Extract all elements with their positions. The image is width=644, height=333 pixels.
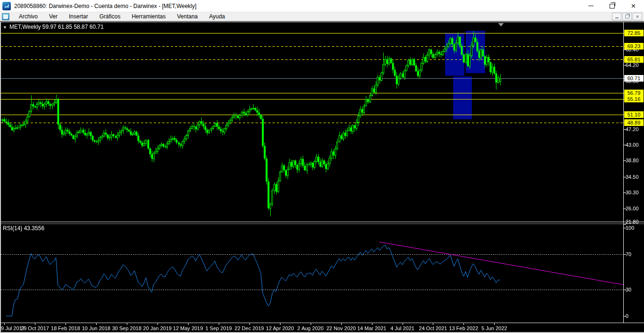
- minimize-button[interactable]: [580, 0, 602, 12]
- mdi-minimize-button[interactable]: [612, 13, 621, 20]
- mdi-restore-icon: [625, 15, 629, 18]
- price-chart-canvas[interactable]: [0, 22, 644, 333]
- title-bar: 2089058860: Darwinex-Demo - Cuenta demo …: [0, 0, 644, 12]
- mdi-close-icon: ×: [636, 14, 639, 19]
- mdi-minimize-icon: [615, 17, 619, 18]
- chart-region: ▼MET,Weekly 59.97 61.85 58.87 60.71 RSI(…: [0, 22, 644, 333]
- menu-bar: Archivo Ver Insertar Gráficos Herramient…: [0, 12, 644, 21]
- close-button[interactable]: ×: [623, 0, 644, 12]
- window-title: 2089058860: Darwinex-Demo - Cuenta demo …: [14, 3, 197, 9]
- restore-icon: [610, 4, 615, 8]
- mdi-restore-button[interactable]: [622, 13, 632, 20]
- metatrader-window: { "window": { "title": "2089058860: Darw…: [0, 0, 644, 333]
- minimize-icon: [588, 6, 594, 6]
- menu-item-ayuda[interactable]: Ayuda: [203, 12, 231, 21]
- mdi-window-controls: ×: [612, 13, 642, 20]
- app-logo-icon: [2, 2, 11, 10]
- window-controls: ×: [580, 0, 644, 12]
- menu-item-ventana[interactable]: Ventana: [171, 12, 203, 21]
- menu-item-herramientas[interactable]: Herramientas: [126, 12, 171, 21]
- menu-item-graficos[interactable]: Gráficos: [94, 12, 126, 21]
- restore-button[interactable]: [602, 0, 623, 12]
- menu-item-insertar[interactable]: Insertar: [63, 12, 94, 21]
- menu-item-ver[interactable]: Ver: [43, 12, 63, 21]
- chart-window-icon: [2, 13, 9, 20]
- menu-item-archivo[interactable]: Archivo: [13, 12, 43, 21]
- close-icon: ×: [631, 2, 636, 10]
- mdi-close-button[interactable]: ×: [633, 13, 642, 20]
